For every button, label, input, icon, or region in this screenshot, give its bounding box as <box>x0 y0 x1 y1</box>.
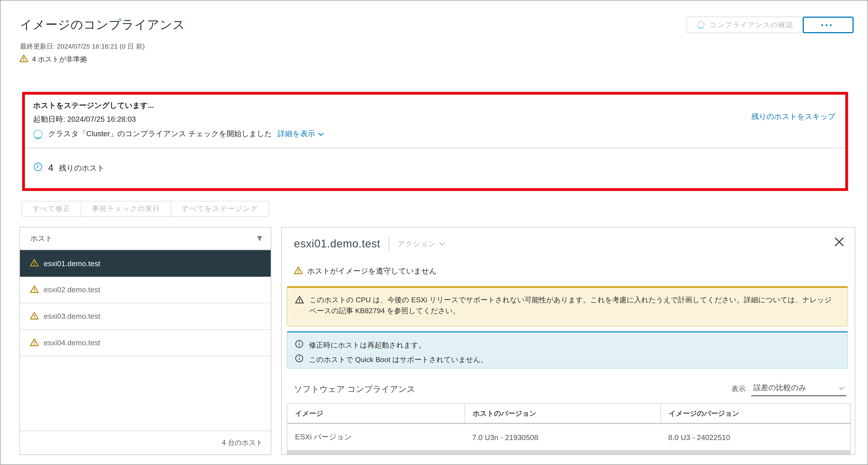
chevron-down-icon <box>318 132 324 136</box>
remaining-hosts-row: 4 残りのホスト <box>33 162 104 174</box>
view-label: 表示 <box>731 384 746 396</box>
show-details-label: 詳細を表示 <box>278 129 315 139</box>
progress-text: クラスタ「Cluster」のコンプライアンス チェックを開始しました <box>48 129 272 139</box>
host-row-esxi04[interactable]: esxi04.demo.test <box>20 330 271 356</box>
table-header-row: イメージ ホストのバージョン イメージのバージョン <box>287 404 850 424</box>
chevron-down-icon <box>839 386 845 390</box>
cpu-warning-alert: このホストの CPU は、今後の ESXi リリースでサポートされない可能性があ… <box>287 286 848 327</box>
view-mode-select[interactable]: 誤差の比較のみ <box>751 383 846 396</box>
remediate-all-button[interactable]: すべて修正 <box>22 201 82 217</box>
host-count-footer: 4 台のホスト <box>20 431 271 455</box>
remaining-count: 4 <box>48 162 54 174</box>
host-list-header: ホスト <box>20 227 271 250</box>
info-note-text: このホストで Quick Boot はサポートされていません。 <box>309 354 488 365</box>
host-actions-toolbar: すべて修正 事前チェックの実行 すべてをステージング <box>22 201 269 217</box>
host-name: esxi01.demo.test <box>44 259 100 268</box>
warning-triangle-icon <box>30 285 39 295</box>
host-name: esxi02.demo.test <box>44 285 100 294</box>
actions-label: アクション <box>398 239 436 249</box>
warning-triangle-icon <box>30 338 39 348</box>
stage-all-button[interactable]: すべてをステージング <box>171 201 269 217</box>
staging-progress-row: クラスタ「Cluster」のコンプライアンス チェックを開始しました 詳細を表示 <box>33 129 324 139</box>
cell-image-version: 8.0 U3 - 24022510 <box>660 433 850 441</box>
divider <box>25 148 845 148</box>
info-note-row: このホストで Quick Boot はサポートされていません。 <box>295 353 839 367</box>
info-note-text: 修正時にホストは再起動されます。 <box>309 340 426 351</box>
compliance-status: ホストがイメージを遵守していません <box>294 266 437 276</box>
warning-triangle-icon <box>294 266 303 276</box>
filter-icon[interactable] <box>256 235 263 242</box>
actions-dropdown[interactable]: アクション <box>398 239 445 249</box>
show-details-link[interactable]: 詳細を表示 <box>278 129 324 139</box>
host-column-label: ホスト <box>31 234 53 244</box>
info-icon <box>295 340 303 351</box>
spinner-icon <box>697 21 705 29</box>
warning-triangle-icon <box>30 311 39 321</box>
more-actions-button[interactable]: ••• <box>803 17 854 33</box>
host-list-panel: ホスト esxi01.demo.test esxi02.demo.test es… <box>20 227 271 455</box>
noncompliant-summary: 4 ホストが非準拠 <box>20 54 87 64</box>
horizontal-scrollbar[interactable] <box>287 450 850 454</box>
cpu-warning-text: このホストの CPU は、今後の ESXi リリースでサポートされない可能性があ… <box>309 294 837 319</box>
view-filter: 表示 誤差の比較のみ <box>731 383 846 396</box>
info-icon <box>295 354 303 366</box>
progress-spinner-icon <box>33 129 42 138</box>
column-header-image-version: イメージのバージョン <box>660 404 850 423</box>
run-prechecks-button[interactable]: 事前チェックの実行 <box>81 201 171 217</box>
cell-image: ESXi バージョン <box>287 432 464 442</box>
last-updated-text: 最終更新日: 2024/07/25 16:16:21 (0 日 前) <box>20 42 145 52</box>
noncompliant-label: 4 ホストが非準拠 <box>32 55 87 64</box>
info-alert: 修正時にホストは再起動されます。 このホストで Quick Boot はサポート… <box>287 331 848 369</box>
column-header-image: イメージ <box>287 404 464 423</box>
image-compliance-page: イメージのコンプライアンス 最終更新日: 2024/07/25 16:16:21… <box>0 0 868 465</box>
staging-title: ホストをステージングしています... <box>33 101 154 111</box>
cell-host-version: 7.0 U3n - 21930508 <box>464 433 660 441</box>
host-name: esxi04.demo.test <box>44 339 100 347</box>
skip-remaining-hosts-link[interactable]: 残りのホストをスキップ <box>751 112 835 122</box>
ellipsis-icon: ••• <box>821 22 834 28</box>
software-compliance-title: ソフトウェア コンプライアンス <box>294 384 415 395</box>
detail-host-name: esxi01.demo.test <box>294 238 380 250</box>
host-name: esxi03.demo.test <box>44 312 100 320</box>
close-icon[interactable] <box>835 238 844 246</box>
compliance-status-text: ホストがイメージを遵守していません <box>307 266 437 276</box>
host-row-esxi02[interactable]: esxi02.demo.test <box>20 277 271 303</box>
header-actions: コンプライアンスの確認 ••• <box>686 17 854 33</box>
divider <box>389 236 389 251</box>
page-title: イメージのコンプライアンス <box>20 17 185 33</box>
check-compliance-label: コンプライアンスの確認 <box>710 20 793 30</box>
table-row: ESXi バージョン 7.0 U3n - 21930508 8.0 U3 - 2… <box>287 424 850 451</box>
detail-header: esxi01.demo.test アクション <box>294 236 445 251</box>
column-header-host-version: ホストのバージョン <box>464 404 660 423</box>
remaining-label: 残りのホスト <box>59 163 104 173</box>
chevron-down-icon <box>439 242 445 246</box>
warning-triangle-icon <box>30 258 39 269</box>
software-compliance-table: イメージ ホストのバージョン イメージのバージョン ESXi バージョン 7.0… <box>287 403 851 454</box>
check-compliance-button[interactable]: コンプライアンスの確認 <box>686 17 804 33</box>
host-row-esxi01[interactable]: esxi01.demo.test <box>20 250 271 277</box>
host-row-esxi03[interactable]: esxi03.demo.test <box>20 303 271 330</box>
info-note-row: 修正時にホストは再起動されます。 <box>295 338 839 353</box>
host-detail-panel: esxi01.demo.test アクション ホストがイメージを遵守していません… <box>281 227 855 455</box>
warning-triangle-icon <box>295 294 304 319</box>
clock-icon <box>33 162 42 174</box>
staging-status-callout: ホストをステージングしています... 起動日時: 2024/07/25 16:2… <box>22 92 848 191</box>
warning-triangle-icon <box>20 54 28 64</box>
staging-start-time: 起動日時: 2024/07/25 16:28:03 <box>33 115 136 125</box>
view-mode-value: 誤差の比較のみ <box>753 383 806 393</box>
